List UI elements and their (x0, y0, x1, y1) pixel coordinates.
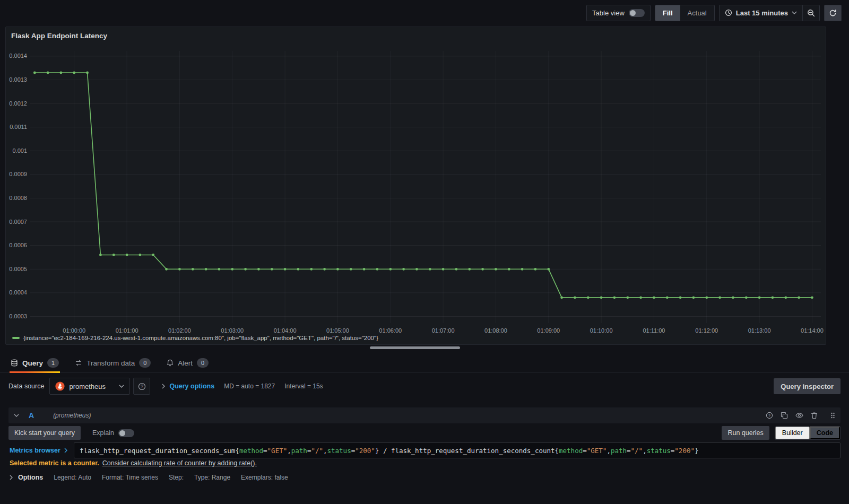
pane-resize-handle[interactable] (370, 346, 460, 349)
datasource-select[interactable]: prometheus (49, 378, 130, 395)
builder-button[interactable]: Builder (775, 427, 810, 439)
help-circle-icon[interactable]: ? (766, 412, 773, 419)
x-tick-label: 01:02:00 (161, 327, 198, 334)
tab-alert-count: 0 (197, 358, 209, 367)
x-tick-label: 01:14:00 (793, 327, 830, 334)
run-queries-button[interactable]: Run queries (722, 426, 769, 440)
duplicate-icon[interactable] (781, 412, 788, 419)
query-datasource-hint: (prometheus) (53, 412, 91, 419)
panel-edit-toolbar: Table view Fill Actual Last 15 minutes (0, 0, 849, 25)
y-tick-label: 0.0004 (6, 289, 27, 296)
explain-label: Explain (92, 429, 114, 437)
x-tick-label: 01:12:00 (688, 327, 725, 334)
y-tick-label: 0.0012 (6, 100, 27, 107)
chevron-down-icon (119, 385, 124, 388)
refresh-icon (829, 9, 837, 17)
tab-alert[interactable]: Alert 0 (166, 353, 210, 372)
time-range-button[interactable]: Last 15 minutes (720, 5, 802, 21)
datasource-value: prometheus (69, 383, 115, 390)
legend-item[interactable]: {instance="ec2-184-169-216-224.us-west-1… (12, 335, 378, 341)
y-tick-label: 0.0005 (6, 266, 27, 272)
tab-transform-count: 0 (139, 358, 151, 367)
query-row-header[interactable]: A (prometheus) ? (8, 407, 841, 423)
warning-text: Selected metric is a counter. (10, 459, 99, 467)
chevron-down-icon (792, 11, 797, 14)
option-format: Format: Time series (102, 474, 158, 481)
prometheus-icon (55, 381, 65, 391)
x-tick-label: 01:05:00 (319, 327, 356, 334)
x-tick-label: 01:09:00 (530, 327, 567, 334)
time-picker-group: Last 15 minutes (719, 5, 820, 21)
table-view-toggle[interactable] (629, 9, 645, 17)
x-tick-label: 01:11:00 (635, 327, 672, 334)
query-inspector-button[interactable]: Query inspector (774, 378, 841, 394)
options-label[interactable]: Options (18, 474, 43, 481)
metrics-browser-label: Metrics browser (10, 447, 60, 454)
x-tick-label: 01:04:00 (266, 327, 304, 334)
refresh-button[interactable] (824, 5, 842, 21)
chart-plot-area[interactable] (30, 51, 821, 323)
option-type: Type: Range (194, 474, 230, 481)
database-icon (11, 359, 18, 367)
tab-query[interactable]: Query 1 (10, 353, 60, 372)
angle-right-icon[interactable] (10, 475, 13, 480)
datasource-label: Data source (8, 383, 44, 390)
y-tick-label: 0.0008 (6, 195, 27, 201)
x-tick-label: 01:10:00 (583, 327, 620, 334)
option-step: Step: (169, 474, 184, 481)
svg-text:?: ? (141, 384, 143, 389)
x-tick-label: 01:03:00 (214, 327, 251, 334)
tab-query-count: 1 (47, 358, 59, 367)
datasource-help-button[interactable]: ? (133, 378, 150, 395)
max-data-points-text: MD = auto = 1827 (224, 383, 275, 390)
interval-text: Interval = 15s (284, 383, 323, 390)
query-options-toggle[interactable]: Query options (162, 383, 214, 390)
table-view-label: Table view (592, 9, 625, 17)
x-tick-label: 01:08:00 (477, 327, 514, 334)
warning-rate-link[interactable]: Consider calculating rate of counter by … (102, 459, 257, 467)
metrics-browser-button[interactable]: Metrics browser (8, 442, 74, 458)
actual-button[interactable]: Actual (680, 5, 714, 21)
query-expression: flask_http_request_duration_seconds_sum{… (80, 447, 699, 455)
transform-icon (75, 359, 82, 367)
timeseries-svg (30, 51, 821, 323)
eye-icon[interactable] (795, 412, 803, 419)
zoom-out-button[interactable] (802, 5, 819, 21)
magnifier-minus-icon (807, 9, 815, 17)
code-button[interactable]: Code (810, 427, 840, 439)
x-tick-label: 01:07:00 (424, 327, 462, 334)
help-circle-icon: ? (138, 383, 146, 390)
angle-right-icon (162, 384, 165, 389)
x-tick-label: 01:01:00 (108, 327, 145, 334)
series-label: {instance="ec2-184-169-216-224.us-west-1… (23, 335, 378, 341)
query-toolbar: Kick start your query Explain Run querie… (8, 425, 841, 440)
query-options-label: Query options (169, 383, 214, 390)
drag-handle-icon[interactable] (830, 412, 835, 419)
tab-transform-label: Transform data (86, 359, 135, 367)
editor-tabs: Query 1 Transform data 0 Alert 0 (0, 353, 849, 373)
y-tick-label: 0.001 (6, 147, 27, 154)
chevron-down-icon[interactable] (14, 414, 19, 417)
x-tick-label: 01:00:00 (56, 327, 93, 334)
explain-control: Explain (92, 429, 134, 437)
toggle-knob (119, 430, 125, 436)
table-view-control: Table view (586, 5, 651, 21)
explain-toggle[interactable] (118, 429, 134, 437)
promql-input[interactable]: flask_http_request_duration_seconds_sum{… (74, 442, 841, 458)
y-tick-label: 0.0007 (6, 219, 27, 225)
y-tick-label: 0.0011 (6, 124, 27, 130)
tab-transform-data[interactable]: Transform data 0 (74, 353, 152, 372)
options-row: Options Legend: Auto Format: Time series… (10, 470, 841, 485)
trash-icon[interactable] (811, 412, 818, 419)
toggle-knob (630, 10, 636, 16)
time-range-label: Last 15 minutes (736, 9, 788, 17)
option-legend: Legend: Auto (54, 474, 91, 481)
query-row-actions: ? (766, 412, 835, 419)
fill-actual-switch: Fill Actual (655, 5, 715, 21)
angle-right-icon (64, 448, 67, 453)
clock-icon (725, 9, 732, 16)
kick-start-query-button[interactable]: Kick start your query (8, 426, 81, 440)
fill-button[interactable]: Fill (655, 5, 680, 21)
y-tick-label: 0.0006 (6, 242, 27, 248)
option-exemplars: Exemplars: false (241, 474, 288, 481)
